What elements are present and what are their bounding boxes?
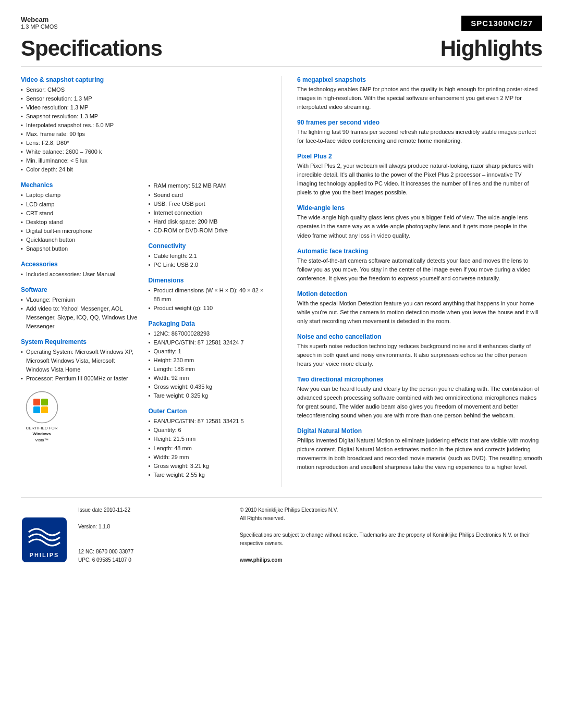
list-item: Digital built-in microphone — [21, 227, 138, 236]
footer-info: Issue date 2010-11-22 Version: 1.1.8 12 … — [78, 506, 229, 564]
list-item: Processor: Pentium III 800MHz or faster — [21, 374, 138, 383]
highlight-body-4: The state-of-the-art camera software aut… — [297, 256, 542, 283]
philips-logo: PHILIPS — [21, 516, 68, 564]
highlight-item-1: 90 frames per second videoThe lightning … — [297, 119, 542, 145]
highlight-body-7: Now you can be heard loudly and clearly … — [297, 385, 542, 420]
main-titles: Specifications Highlights — [21, 36, 542, 67]
section-sysreq: System Requirements Operating System: Mi… — [21, 338, 138, 383]
dimensions-title: Dimensions — [149, 277, 266, 284]
columns: Video & snapshot capturing Sensor: CMOS … — [21, 76, 542, 487]
highlights-container: 6 megapixel snapshotsThe technology enab… — [297, 76, 542, 472]
list-item: Length: 48 mm — [149, 444, 266, 453]
list-item: EAN/UPC/GTIN: 87 12581 32424 7 — [149, 338, 266, 347]
highlight-title-5: Motion detection — [297, 290, 542, 298]
highlight-title-4: Automatic face tracking — [297, 248, 542, 255]
list-item: Lens: F2.8, D80° — [21, 139, 114, 147]
highlight-item-4: Automatic face trackingThe state-of-the-… — [297, 248, 542, 283]
highlight-item-0: 6 megapixel snapshotsThe technology enab… — [297, 76, 542, 112]
list-item: Tare weight: 2.55 kg — [149, 471, 266, 479]
specs-title: Specifications — [21, 36, 162, 61]
section-video-title: Video & snapshot capturing — [21, 76, 265, 83]
list-item: Interpolated snapshot res.: 6.0 MP — [21, 121, 114, 130]
video-list-left: Sensor: CMOS Sensor resolution: 1.3 MP V… — [21, 85, 114, 174]
list-item: Height: 230 mm — [149, 356, 266, 365]
highlight-item-6: Noise and echo cancellationThis superb n… — [297, 333, 542, 368]
copyright: © 2010 Koninklijke Philips Electronics N… — [240, 506, 542, 523]
version: Version: 1.1.8 — [78, 523, 229, 531]
list-item: Product dimensions (W × H × D): 40 × 82 … — [149, 286, 266, 304]
highlight-body-5: With the special Motion Detection featur… — [297, 299, 542, 326]
highlight-title-2: Pixel Plus 2 — [297, 153, 542, 160]
list-item: Length: 186 mm — [149, 365, 266, 374]
section-mechanics: Mechanics Laptop clamp LCD clamp CRT sta… — [21, 181, 138, 253]
highlight-title-7: Two directional microphones — [297, 376, 542, 383]
list-item: Snapshot resolution: 1.3 MP — [21, 112, 114, 121]
list-item: Sensor resolution: 1.3 MP — [21, 94, 114, 103]
list-item: Min. illuminance: < 5 lux — [21, 156, 114, 165]
section-outer-carton: Outer Carton EAN/UPC/GTIN: 87 12581 3342… — [149, 408, 266, 479]
svg-rect-3 — [33, 406, 40, 413]
connectivity-title: Connectivity — [149, 242, 266, 250]
list-item: Width: 92 mm — [149, 374, 266, 382]
disclaimer: Specifications are subject to change wit… — [240, 531, 542, 548]
list-item: RAM memory: 512 MB RAM — [149, 181, 266, 190]
page: Webcam 1.3 MP CMOS SPC1300NC/27 Specific… — [0, 0, 563, 728]
list-item: VLounge: Premium — [21, 295, 138, 304]
webcam-label: Webcam — [21, 16, 58, 23]
highlight-item-5: Motion detectionWith the special Motion … — [297, 290, 542, 326]
list-item: Hard disk space: 200 MB — [149, 217, 266, 226]
list-item: Internet connection — [149, 208, 266, 217]
accessories-title: Accessories — [21, 261, 138, 268]
list-item: 12NC: 867000028293 — [149, 329, 266, 338]
top-bar: Webcam 1.3 MP CMOS SPC1300NC/27 — [21, 16, 542, 31]
list-item: Included accessories: User Manual — [21, 270, 138, 279]
section-connectivity: Connectivity Cable length: 2.1 PC Link: … — [149, 242, 266, 269]
specs-col: Video & snapshot capturing Sensor: CMOS … — [21, 76, 282, 487]
highlight-title-1: 90 frames per second video — [297, 119, 542, 126]
list-item: Width: 29 mm — [149, 453, 266, 462]
upc-label: UPC: 6 09585 14107 0 — [78, 556, 229, 564]
model-badge: SPC1300NC/27 — [461, 16, 542, 31]
highlight-body-6: This superb noise reduction technology r… — [297, 342, 542, 368]
list-item: Height: 21.5 mm — [149, 435, 266, 443]
svg-rect-2 — [41, 399, 48, 405]
list-item: Sensor: CMOS — [21, 85, 114, 94]
list-item: Gross weight: 3.21 kg — [149, 462, 266, 471]
svg-rect-1 — [33, 399, 40, 405]
list-item: Max. frame rate: 90 fps — [21, 130, 114, 139]
sysreq-title: System Requirements — [21, 338, 138, 346]
svg-rect-4 — [41, 406, 48, 413]
list-item: Quantity: 6 — [149, 426, 266, 435]
list-item: Quantity: 1 — [149, 347, 266, 356]
section-dimensions: Dimensions Product dimensions (W × H × D… — [149, 277, 266, 313]
list-item: Add video to: Yahoo! Messenger, AOL Mess… — [21, 304, 138, 331]
list-item: Cable length: 2.1 — [149, 252, 266, 261]
section-ram: RAM memory: 512 MB RAM Sound card USB: F… — [149, 181, 266, 235]
list-item: EAN/UPC/GTIN: 87 12581 33421 5 — [149, 417, 266, 426]
website: www.philips.com — [240, 556, 542, 564]
footer-legal: © 2010 Koninklijke Philips Electronics N… — [229, 506, 542, 564]
list-item: Video resolution: 1.3 MP — [21, 103, 114, 112]
list-item: Color depth: 24 bit — [21, 165, 114, 174]
windows-vista-logo — [25, 390, 59, 424]
svg-text:PHILIPS: PHILIPS — [30, 552, 59, 558]
highlight-body-1: The lightning fast 90 frames per second … — [297, 128, 542, 145]
list-item: LCD clamp — [21, 200, 138, 209]
highlight-body-0: The technology enables 6MP for photos an… — [297, 85, 542, 112]
highlight-item-7: Two directional microphonesNow you can b… — [297, 376, 542, 420]
windows-badge: CERTIFIED FOR Windows Vista™ — [21, 390, 63, 443]
mechanics-title: Mechanics — [21, 181, 138, 189]
list-item: White balance: 2600 – 7600 k — [21, 147, 114, 156]
highlight-item-3: Wide-angle lensThe wide-angle high quali… — [297, 204, 542, 240]
highlights-col: 6 megapixel snapshotsThe technology enab… — [282, 76, 542, 487]
list-item: Product weight (g): 110 — [149, 304, 266, 313]
nc-label: 12 NC: 8670 000 33077 — [78, 548, 229, 556]
list-item: Gross weight: 0.435 kg — [149, 382, 266, 391]
highlight-body-2: With Pixel Plus 2, your webcam will alwa… — [297, 162, 542, 197]
list-item: CD-ROM or DVD-ROM Drive — [149, 226, 266, 235]
list-item: Sound card — [149, 191, 266, 200]
windows-cert-text: CERTIFIED FOR Windows Vista™ — [26, 425, 57, 443]
software-title: Software — [21, 286, 138, 293]
highlights-title: Highlights — [440, 36, 542, 61]
section-video: Video & snapshot capturing Sensor: CMOS … — [21, 76, 265, 174]
